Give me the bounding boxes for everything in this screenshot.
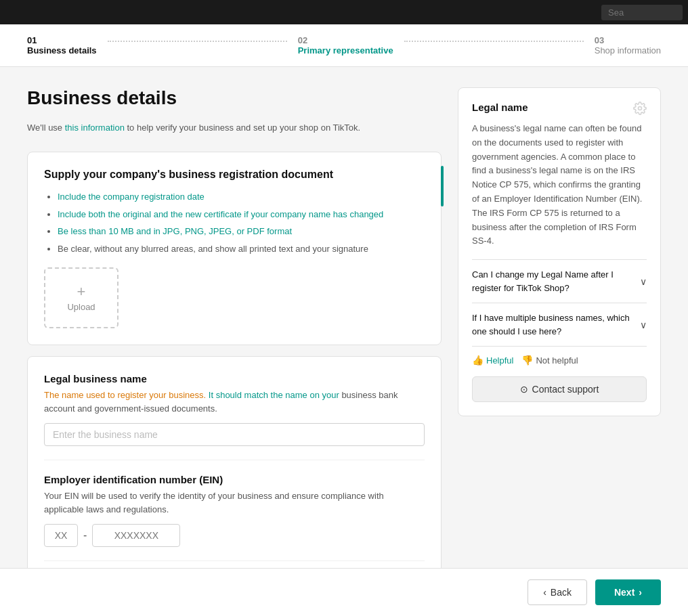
step-2-label: Primary representative [298,45,393,56]
top-search-input[interactable] [601,5,683,20]
doc-upload-card: Supply your company's business registrat… [27,152,442,345]
svg-point-0 [639,107,642,110]
contact-support-button[interactable]: ⊙ Contact support [472,376,647,402]
thumbs-down-icon: 👎 [521,355,533,366]
back-label: Back [551,587,572,598]
main-content: Business details We'll use this informat… [0,67,688,616]
step-1-label: Business details [27,45,97,56]
step-1: 01 Business details [27,35,97,56]
doc-req-2: Include both the original and the new ce… [58,208,425,221]
faq-2-chevron-icon: ∨ [640,320,647,330]
back-button[interactable]: ‹ Back [528,579,587,605]
step-3-label: Shop information [595,45,661,56]
card-divider-1 [44,460,425,460]
upload-plus-icon: + [77,284,86,299]
ein-desc: Your EIN will be used to verify the iden… [44,489,425,516]
contact-icon: ⊙ [520,384,528,395]
next-label: Next [614,587,635,598]
faq-item-1[interactable]: Can I change my Legal Name after I regis… [472,259,647,303]
gear-icon [633,102,647,115]
help-card-heading: Legal name [472,102,528,113]
help-card-body: A business's legal name can often be fou… [472,122,647,248]
step-line-1 [108,41,287,42]
upload-box[interactable]: + Upload [44,267,119,328]
upload-label: Upload [67,302,95,312]
thumbs-up-icon: 👍 [472,355,483,366]
legal-name-input[interactable] [44,423,425,446]
next-chevron-icon: › [639,587,642,598]
back-chevron-icon: ‹ [543,587,546,598]
legal-name-desc: The name used to register your business.… [44,389,425,415]
not-helpful-label: Not helpful [536,355,578,366]
helpful-label: Helpful [486,355,513,366]
scroll-indicator [441,166,444,206]
left-panel: Business details We'll use this informat… [27,87,442,603]
contact-support-label: Contact support [532,384,599,395]
step-2: 02 Primary representative [298,35,393,56]
next-button[interactable]: Next › [595,579,661,605]
ein-label: Employer identification number (EIN) [44,474,425,485]
ein-prefix-input[interactable] [44,524,78,547]
ein-suffix-input[interactable] [92,524,180,547]
faq-2-text: If I have multiple business names, which… [472,311,640,338]
top-bar [0,0,688,24]
feedback-row: 👍 Helpful 👎 Not helpful [472,346,647,374]
legal-name-label: Legal business name [44,373,425,384]
page-title: Business details [27,87,442,109]
helpful-button[interactable]: 👍 Helpful [472,355,513,366]
step-line-2 [404,41,584,42]
card-divider-2 [44,560,425,561]
legal-name-card: Legal business name The name used to reg… [27,356,442,603]
doc-card-title: Supply your company's business registrat… [44,169,425,181]
right-panel: Legal name A business's legal name can o… [458,87,661,603]
not-helpful-button[interactable]: 👎 Not helpful [521,355,578,366]
subtitle-link: this information [65,123,125,133]
page-subtitle: We'll use this information to help verif… [27,123,442,133]
faq-1-text: Can I change my Legal Name after I regis… [472,268,640,294]
step-1-num: 01 [27,35,37,45]
stepper: 01 Business details 02 Primary represent… [0,24,688,67]
doc-req-1: Include the company registration date [58,190,425,204]
doc-requirements-list: Include the company registration date In… [44,190,425,255]
ein-row: - [44,524,425,547]
ein-dash: - [83,529,87,542]
faq-item-2[interactable]: If I have multiple business names, which… [472,303,647,346]
doc-req-4: Be clear, without any blurred areas, and… [58,242,425,256]
help-card: Legal name A business's legal name can o… [458,87,661,416]
step-3-num: 03 [595,35,604,45]
footer-bar: ‹ Back Next › [0,568,688,616]
step-3: 03 Shop information [595,35,661,56]
faq-1-chevron-icon: ∨ [640,276,647,287]
step-2-num: 02 [298,35,307,45]
doc-req-3: Be less than 10 MB and in JPG, PNG, JPEG… [58,225,425,238]
help-card-title-row: Legal name [472,102,647,115]
